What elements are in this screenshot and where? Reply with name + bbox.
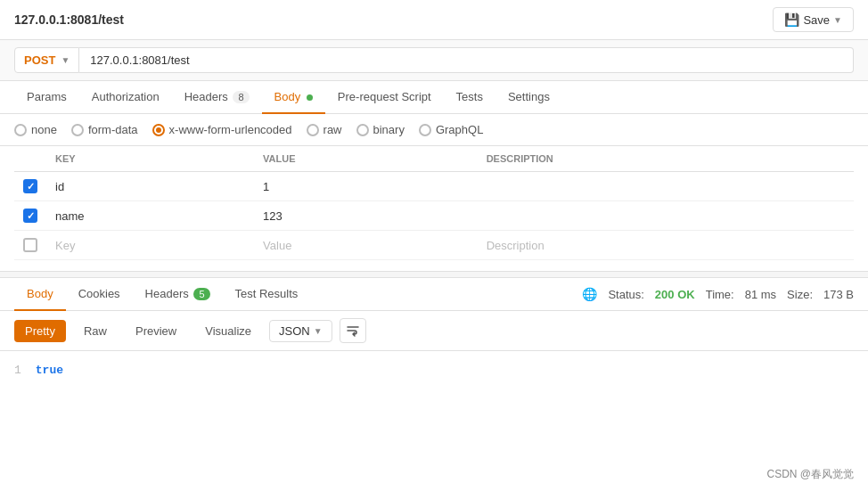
- row2-value[interactable]: 123: [254, 201, 478, 231]
- time-label: Time:: [706, 288, 734, 301]
- save-button[interactable]: 💾 Save ▼: [773, 7, 854, 32]
- radio-binary[interactable]: binary: [356, 123, 405, 136]
- method-row: POST ▼: [0, 40, 868, 81]
- radio-raw[interactable]: raw: [307, 123, 342, 136]
- tab-headers[interactable]: Headers 8: [172, 81, 262, 114]
- response-code-area: 1true: [0, 351, 868, 391]
- tab-authorization[interactable]: Authorization: [79, 81, 172, 114]
- table-row: name 123: [14, 201, 854, 231]
- response-tabs-row: Body Cookies Headers 5 Test Results 🌐 St…: [0, 278, 868, 311]
- row1-value[interactable]: 1: [254, 172, 478, 201]
- row2-checkbox[interactable]: [23, 209, 37, 223]
- tab-body[interactable]: Body: [262, 81, 325, 114]
- row2-key[interactable]: name: [46, 201, 254, 231]
- radio-x-www-form-urlencoded[interactable]: x-www-form-urlencoded: [152, 123, 292, 136]
- json-format-select[interactable]: JSON ▼: [269, 320, 332, 342]
- method-chevron-icon: ▼: [61, 55, 70, 65]
- method-select[interactable]: POST ▼: [14, 47, 79, 73]
- response-tab-cookies[interactable]: Cookies: [66, 278, 133, 311]
- response-tab-headers[interactable]: Headers 5: [133, 278, 223, 311]
- new-value-input[interactable]: Value: [254, 231, 478, 260]
- response-tab-test-results[interactable]: Test Results: [223, 278, 311, 311]
- radio-graphql-circle: [419, 124, 431, 136]
- json-chevron-icon: ▼: [314, 326, 323, 336]
- table-row: id 1: [14, 172, 854, 201]
- row1-checkbox[interactable]: [23, 179, 37, 193]
- method-label: POST: [24, 53, 55, 67]
- size-label: Size:: [787, 288, 813, 301]
- col-value-header: VALUE: [254, 146, 478, 172]
- col-key-header: KEY: [46, 146, 254, 172]
- new-row-checkbox[interactable]: [23, 238, 37, 252]
- radio-raw-circle: [307, 124, 319, 136]
- url-title: 127.0.0.1:8081/test: [14, 12, 124, 27]
- radio-form-data-circle: [71, 124, 84, 136]
- status-info: 🌐 Status: 200 OK Time: 81 ms Size: 173 B: [582, 287, 854, 301]
- response-tab-body[interactable]: Body: [14, 278, 66, 311]
- status-label: Status:: [608, 288, 643, 301]
- chevron-down-icon: ▼: [833, 15, 842, 25]
- globe-icon: 🌐: [582, 287, 597, 301]
- radio-graphql[interactable]: GraphQL: [419, 123, 483, 136]
- request-tabs-row: Params Authorization Headers 8 Body Pre-…: [0, 81, 868, 114]
- response-format-row: Pretty Raw Preview Visualize JSON ▼: [0, 311, 868, 351]
- radio-none-circle: [14, 124, 27, 136]
- tab-pre-request[interactable]: Pre-request Script: [325, 81, 444, 114]
- radio-none[interactable]: none: [14, 123, 57, 136]
- body-type-row: none form-data x-www-form-urlencoded raw…: [0, 114, 868, 146]
- response-headers-badge: 5: [193, 288, 209, 300]
- url-input[interactable]: [79, 47, 854, 73]
- row1-description[interactable]: [478, 172, 854, 201]
- tab-settings[interactable]: Settings: [495, 81, 562, 114]
- format-tab-raw[interactable]: Raw: [73, 320, 118, 342]
- save-icon: 💾: [784, 12, 799, 27]
- code-content: true: [36, 364, 63, 377]
- format-tab-visualize[interactable]: Visualize: [194, 320, 262, 342]
- row2-description[interactable]: [478, 201, 854, 231]
- line-number: 1: [14, 364, 21, 377]
- tab-params[interactable]: Params: [14, 81, 79, 114]
- headers-badge: 8: [233, 91, 249, 103]
- table-row-placeholder: Key Value Description: [14, 231, 854, 260]
- format-tab-pretty[interactable]: Pretty: [14, 320, 66, 342]
- body-dot-indicator: [307, 94, 313, 101]
- row1-key[interactable]: id: [46, 172, 254, 201]
- status-value: 200 OK: [655, 288, 695, 301]
- params-table: KEY VALUE DESCRIPTION id 1 name 123 Key: [0, 146, 868, 260]
- response-tabs: Body Cookies Headers 5 Test Results: [14, 278, 310, 310]
- new-key-input[interactable]: Key: [46, 231, 254, 260]
- tab-tests[interactable]: Tests: [444, 81, 495, 114]
- section-divider: [0, 271, 868, 278]
- wrap-button[interactable]: [340, 318, 366, 343]
- format-tab-preview[interactable]: Preview: [125, 320, 187, 342]
- col-description-header: DESCRIPTION: [478, 146, 854, 172]
- radio-urlencoded-circle: [152, 124, 165, 136]
- new-description-input[interactable]: Description: [478, 231, 854, 260]
- size-value: 173 B: [823, 288, 854, 301]
- top-bar: 127.0.0.1:8081/test 💾 Save ▼: [0, 0, 868, 40]
- time-value: 81 ms: [745, 288, 776, 301]
- radio-binary-circle: [356, 124, 369, 136]
- radio-form-data[interactable]: form-data: [71, 123, 138, 136]
